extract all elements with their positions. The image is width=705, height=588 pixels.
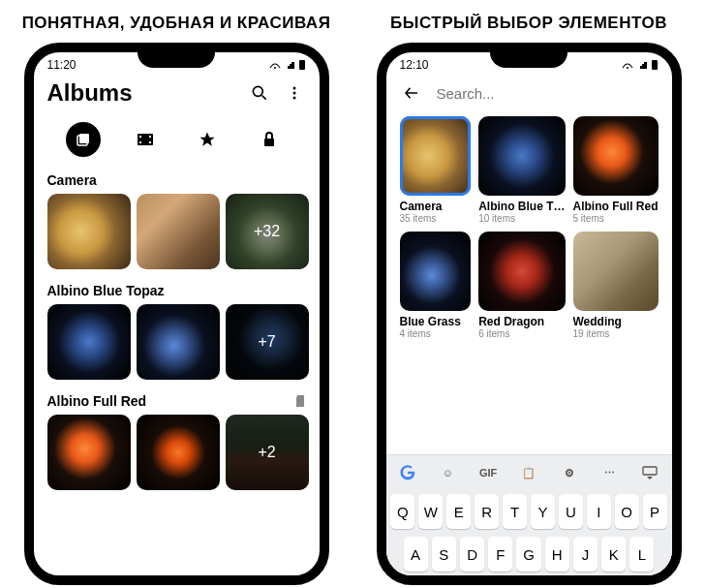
album-card-title: Camera	[400, 196, 472, 213]
svg-rect-9	[138, 134, 153, 145]
photo-thumbnail[interactable]: +7	[226, 304, 309, 380]
notch	[138, 50, 215, 68]
keyboard-key[interactable]: D	[460, 537, 484, 572]
app-header: Albums	[34, 74, 320, 114]
svg-point-0	[274, 67, 276, 69]
album-title[interactable]: Camera	[47, 172, 97, 188]
back-icon[interactable]	[400, 81, 423, 105]
tab-videos[interactable]	[128, 122, 163, 157]
svg-point-6	[292, 97, 295, 100]
keyboard-key[interactable]: H	[545, 537, 569, 572]
album-card-count: 5 items	[573, 213, 659, 224]
svg-rect-13	[149, 141, 151, 143]
album-card-title: Red Dragon	[478, 311, 565, 328]
album-card-title: Albino Blue T…	[478, 196, 565, 213]
album-card[interactable]: Camera35 items	[400, 116, 472, 224]
album-card[interactable]: Blue Grass4 items	[400, 232, 472, 339]
keyboard-key[interactable]: K	[601, 537, 626, 572]
keyboard: ☺ GIF 📋 ⚙ ⋯ QWERTYUIOP ASDFGHJKL	[386, 454, 672, 575]
album-card[interactable]: Albino Full Red5 items	[573, 116, 659, 224]
album-card-count: 35 items	[400, 213, 472, 224]
more-count-overlay[interactable]: +7	[226, 304, 309, 380]
tab-favorites[interactable]	[190, 122, 225, 157]
keyboard-key[interactable]: J	[573, 537, 598, 572]
album-card-count: 10 items	[478, 213, 565, 224]
status-time: 12:10	[400, 58, 429, 72]
svg-rect-14	[264, 139, 274, 146]
keyboard-toolbar: ☺ GIF 📋 ⚙ ⋯	[386, 454, 672, 490]
keyboard-key[interactable]: Y	[531, 494, 555, 529]
keyboard-key[interactable]: P	[643, 494, 667, 529]
tab-photos[interactable]	[66, 122, 101, 157]
tab-secure[interactable]	[252, 122, 287, 157]
photo-thumbnail[interactable]: +2	[226, 415, 309, 490]
google-icon[interactable]	[396, 461, 419, 484]
keyboard-key[interactable]: R	[475, 494, 499, 529]
keyboard-key[interactable]: O	[615, 494, 639, 529]
gif-icon[interactable]: GIF	[476, 461, 500, 484]
heading-right: БЫСТРЫЙ ВЫБОР ЭЛЕМЕНТОВ	[390, 0, 667, 43]
more-icon[interactable]	[283, 81, 306, 105]
album-card[interactable]: Red Dragon6 items	[478, 232, 565, 339]
photo-thumbnail[interactable]	[47, 194, 131, 269]
album-card-count: 4 items	[400, 328, 472, 339]
more-count-overlay[interactable]: +32	[226, 194, 309, 269]
keyboard-key[interactable]: G	[516, 537, 540, 572]
clipboard-icon[interactable]: 📋	[517, 461, 540, 484]
keyboard-key[interactable]: A	[404, 537, 428, 572]
keyboard-key[interactable]: W	[418, 494, 443, 529]
keyboard-key[interactable]: T	[503, 494, 527, 529]
photo-thumbnail[interactable]	[137, 415, 220, 490]
svg-rect-1	[299, 60, 305, 70]
sd-card-icon	[294, 394, 306, 408]
svg-point-4	[292, 87, 295, 90]
svg-rect-11	[139, 141, 141, 143]
status-icons	[622, 59, 659, 71]
photo-thumbnail[interactable]	[137, 194, 220, 269]
status-icons	[269, 59, 306, 71]
svg-rect-16	[652, 60, 658, 70]
keyboard-key[interactable]: I	[587, 494, 611, 529]
album-card[interactable]: Wedding19 items	[573, 232, 659, 339]
phone-frame-left: 11:20 Albums	[24, 43, 329, 585]
album-title[interactable]: Albino Full Red	[47, 393, 147, 409]
heading-left: ПОНЯТНАЯ, УДОБНАЯ И КРАСИВАЯ	[22, 0, 331, 43]
album-card-title: Albino Full Red	[573, 196, 659, 213]
search-header	[386, 74, 672, 112]
album-thumbnail[interactable]	[573, 116, 659, 196]
search-input[interactable]	[437, 85, 659, 102]
album-thumbnail[interactable]	[478, 232, 565, 311]
svg-point-15	[627, 67, 628, 69]
album-card[interactable]: Albino Blue T…10 items	[478, 116, 565, 224]
album-thumbnail[interactable]	[400, 232, 472, 311]
search-icon[interactable]	[248, 81, 271, 105]
svg-point-5	[292, 92, 295, 95]
album-section: Albino Blue Topaz+7	[34, 279, 320, 389]
album-thumbnail[interactable]	[400, 116, 472, 196]
photo-thumbnail[interactable]: +32	[226, 194, 309, 269]
hide-keyboard-icon[interactable]	[638, 461, 661, 484]
notch	[490, 50, 567, 68]
album-section: Albino Full Red+2	[34, 389, 320, 500]
album-thumbnail[interactable]	[478, 116, 565, 196]
keyboard-key[interactable]: U	[559, 494, 583, 529]
more-icon[interactable]: ⋯	[598, 461, 622, 484]
keyboard-key[interactable]: S	[432, 537, 456, 572]
svg-point-2	[253, 86, 262, 96]
album-card-count: 19 items	[573, 328, 659, 339]
album-card-title: Blue Grass	[400, 311, 472, 328]
keyboard-key[interactable]: E	[446, 494, 471, 529]
album-thumbnail[interactable]	[573, 232, 659, 311]
svg-rect-8	[79, 134, 89, 143]
keyboard-key[interactable]: F	[488, 537, 512, 572]
album-title[interactable]: Albino Blue Topaz	[47, 283, 165, 298]
keyboard-key[interactable]: Q	[390, 494, 414, 529]
emoji-icon[interactable]: ☺	[436, 461, 459, 484]
photo-thumbnail[interactable]	[47, 304, 131, 380]
more-count-overlay[interactable]: +2	[226, 415, 309, 490]
svg-rect-17	[643, 467, 657, 475]
photo-thumbnail[interactable]	[137, 304, 220, 380]
settings-icon[interactable]: ⚙	[558, 461, 581, 484]
photo-thumbnail[interactable]	[47, 415, 131, 490]
keyboard-key[interactable]: L	[629, 537, 654, 572]
